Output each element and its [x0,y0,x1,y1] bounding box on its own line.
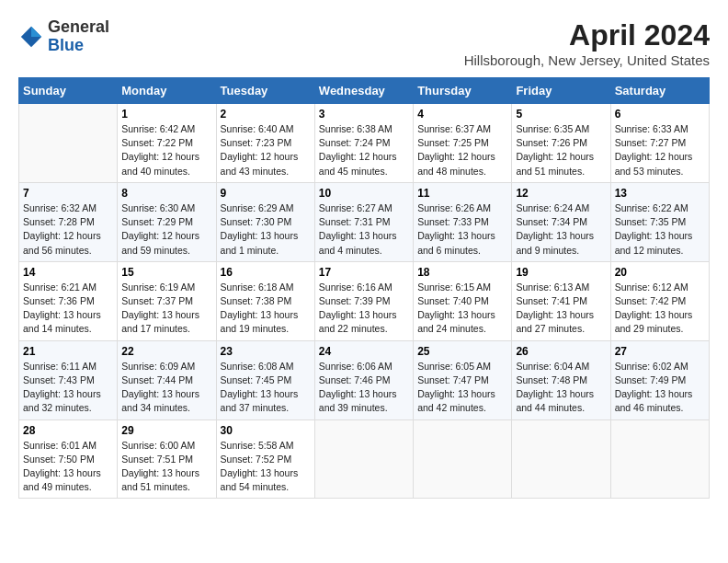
day-number: 8 [121,187,211,200]
calendar-cell: 25Sunrise: 6:05 AM Sunset: 7:47 PM Dayli… [414,340,512,419]
day-number: 13 [615,187,705,200]
calendar-cell: 21Sunrise: 6:11 AM Sunset: 7:43 PM Dayli… [19,340,118,419]
day-number: 5 [516,108,606,121]
day-info: Sunrise: 6:06 AM Sunset: 7:46 PM Dayligh… [319,360,409,416]
calendar-cell: 22Sunrise: 6:09 AM Sunset: 7:44 PM Dayli… [118,340,216,419]
day-info: Sunrise: 6:12 AM Sunset: 7:42 PM Dayligh… [615,281,705,337]
calendar-cell: 1Sunrise: 6:42 AM Sunset: 7:22 PM Daylig… [118,104,216,183]
day-info: Sunrise: 6:33 AM Sunset: 7:27 PM Dayligh… [615,122,705,178]
title-block: April 2024 Hillsborough, New Jersey, Uni… [464,18,710,68]
day-info: Sunrise: 6:35 AM Sunset: 7:26 PM Dayligh… [516,122,606,178]
day-info: Sunrise: 6:29 AM Sunset: 7:30 PM Dayligh… [221,201,311,258]
day-info: Sunrise: 6:38 AM Sunset: 7:24 PM Dayligh… [319,122,409,178]
calendar-cell [19,104,118,183]
calendar-week: 21Sunrise: 6:11 AM Sunset: 7:43 PM Dayli… [19,340,710,419]
calendar-header: SundayMondayTuesdayWednesdayThursdayFrid… [19,78,710,104]
day-info: Sunrise: 6:16 AM Sunset: 7:39 PM Dayligh… [319,281,409,337]
calendar-cell: 29Sunrise: 6:00 AM Sunset: 7:51 PM Dayli… [118,419,216,499]
day-number: 1 [121,108,211,121]
day-number: 12 [516,187,606,200]
header-day: Tuesday [216,78,314,104]
day-info: Sunrise: 6:40 AM Sunset: 7:23 PM Dayligh… [221,122,311,178]
logo-blue-text: Blue [48,36,84,54]
day-info: Sunrise: 6:22 AM Sunset: 7:35 PM Dayligh… [615,201,705,258]
calendar-week: 14Sunrise: 6:21 AM Sunset: 7:36 PM Dayli… [19,261,710,340]
calendar-cell: 12Sunrise: 6:24 AM Sunset: 7:34 PM Dayli… [512,182,610,261]
day-info: Sunrise: 6:27 AM Sunset: 7:31 PM Dayligh… [319,201,409,258]
day-number: 25 [417,345,507,358]
day-number: 16 [221,266,311,279]
calendar-cell: 4Sunrise: 6:37 AM Sunset: 7:25 PM Daylig… [414,104,512,183]
calendar-cell: 7Sunrise: 6:32 AM Sunset: 7:28 PM Daylig… [19,182,118,261]
day-info: Sunrise: 6:15 AM Sunset: 7:40 PM Dayligh… [417,281,507,337]
day-number: 20 [615,266,705,279]
calendar-cell: 13Sunrise: 6:22 AM Sunset: 7:35 PM Dayli… [610,182,709,261]
calendar-week: 7Sunrise: 6:32 AM Sunset: 7:28 PM Daylig… [19,182,710,261]
day-info: Sunrise: 6:13 AM Sunset: 7:41 PM Dayligh… [516,281,606,337]
day-number: 3 [319,108,409,121]
day-number: 14 [23,266,113,279]
calendar-cell: 18Sunrise: 6:15 AM Sunset: 7:40 PM Dayli… [414,261,512,340]
page-header: General Blue April 2024 Hillsborough, Ne… [18,18,710,68]
calendar-cell: 15Sunrise: 6:19 AM Sunset: 7:37 PM Dayli… [118,261,216,340]
day-number: 15 [121,266,211,279]
day-info: Sunrise: 6:42 AM Sunset: 7:22 PM Dayligh… [121,122,211,178]
calendar-cell [610,419,709,499]
calendar-cell: 16Sunrise: 6:18 AM Sunset: 7:38 PM Dayli… [216,261,314,340]
calendar-cell: 11Sunrise: 6:26 AM Sunset: 7:33 PM Dayli… [414,182,512,261]
header-day: Monday [118,78,216,104]
day-number: 10 [319,187,409,200]
calendar-cell: 27Sunrise: 6:02 AM Sunset: 7:49 PM Dayli… [610,340,709,419]
day-info: Sunrise: 6:08 AM Sunset: 7:45 PM Dayligh… [221,360,311,416]
logo-icon [18,24,44,50]
calendar-cell: 10Sunrise: 6:27 AM Sunset: 7:31 PM Dayli… [314,182,413,261]
day-number: 24 [319,345,409,358]
calendar-cell: 5Sunrise: 6:35 AM Sunset: 7:26 PM Daylig… [512,104,610,183]
calendar-week: 28Sunrise: 6:01 AM Sunset: 7:50 PM Dayli… [19,419,710,499]
day-info: Sunrise: 6:32 AM Sunset: 7:28 PM Dayligh… [23,201,113,258]
calendar-cell: 30Sunrise: 5:58 AM Sunset: 7:52 PM Dayli… [216,419,314,499]
day-number: 30 [221,424,311,437]
day-number: 19 [516,266,606,279]
day-number: 26 [516,345,606,358]
header-day: Sunday [19,78,118,104]
day-number: 27 [615,345,705,358]
day-info: Sunrise: 6:18 AM Sunset: 7:38 PM Dayligh… [221,281,311,337]
calendar-cell: 26Sunrise: 6:04 AM Sunset: 7:48 PM Dayli… [512,340,610,419]
day-info: Sunrise: 6:09 AM Sunset: 7:44 PM Dayligh… [121,360,211,416]
calendar-cell: 19Sunrise: 6:13 AM Sunset: 7:41 PM Dayli… [512,261,610,340]
day-info: Sunrise: 6:02 AM Sunset: 7:49 PM Dayligh… [615,360,705,416]
calendar-cell [414,419,512,499]
day-info: Sunrise: 6:00 AM Sunset: 7:51 PM Dayligh… [121,439,211,495]
header-day: Wednesday [314,78,413,104]
header-day: Friday [512,78,610,104]
day-number: 4 [417,108,507,121]
day-number: 17 [319,266,409,279]
logo: General Blue [18,18,109,55]
calendar-cell: 17Sunrise: 6:16 AM Sunset: 7:39 PM Dayli… [314,261,413,340]
calendar-body: 1Sunrise: 6:42 AM Sunset: 7:22 PM Daylig… [19,104,710,499]
day-info: Sunrise: 6:30 AM Sunset: 7:29 PM Dayligh… [121,201,211,258]
calendar-table: SundayMondayTuesdayWednesdayThursdayFrid… [18,77,710,499]
day-info: Sunrise: 6:05 AM Sunset: 7:47 PM Dayligh… [417,360,507,416]
calendar-cell: 8Sunrise: 6:30 AM Sunset: 7:29 PM Daylig… [118,182,216,261]
day-info: Sunrise: 6:24 AM Sunset: 7:34 PM Dayligh… [516,201,606,258]
day-info: Sunrise: 6:26 AM Sunset: 7:33 PM Dayligh… [417,201,507,258]
calendar-cell: 24Sunrise: 6:06 AM Sunset: 7:46 PM Dayli… [314,340,413,419]
header-day: Saturday [610,78,709,104]
day-number: 9 [221,187,311,200]
day-number: 7 [23,187,113,200]
day-number: 2 [221,108,311,121]
day-info: Sunrise: 6:21 AM Sunset: 7:36 PM Dayligh… [23,281,113,337]
calendar-cell: 2Sunrise: 6:40 AM Sunset: 7:23 PM Daylig… [216,104,314,183]
day-number: 6 [615,108,705,121]
header-row: SundayMondayTuesdayWednesdayThursdayFrid… [19,78,710,104]
calendar-cell: 6Sunrise: 6:33 AM Sunset: 7:27 PM Daylig… [610,104,709,183]
day-info: Sunrise: 6:19 AM Sunset: 7:37 PM Dayligh… [121,281,211,337]
location: Hillsborough, New Jersey, United States [464,52,710,68]
month-title: April 2024 [464,18,710,52]
logo-general-text: General [48,17,109,36]
day-number: 29 [121,424,211,437]
day-number: 21 [23,345,113,358]
calendar-cell: 9Sunrise: 6:29 AM Sunset: 7:30 PM Daylig… [216,182,314,261]
